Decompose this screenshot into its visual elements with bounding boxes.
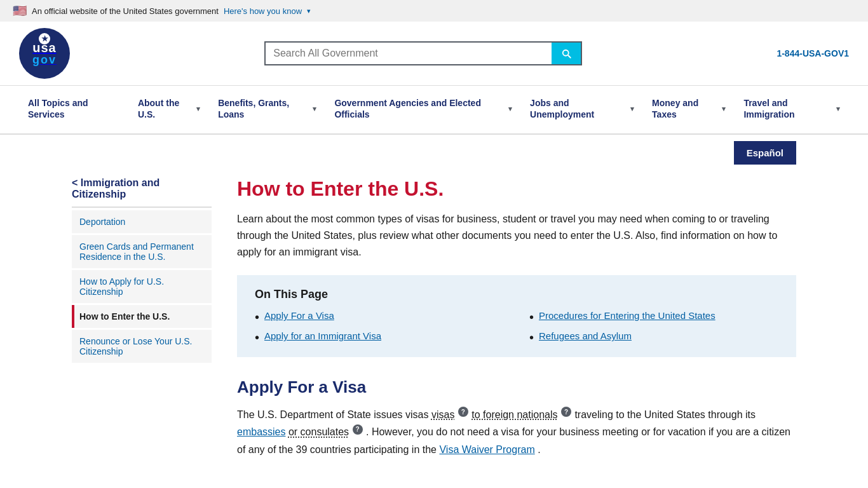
on-this-page-link-visa[interactable]: Apply For a Visa (264, 310, 334, 321)
main-navigation: All Topics and Services About the U.S. ▾… (0, 86, 868, 135)
main-content: How to Enter the U.S. Learn about the mo… (237, 177, 796, 458)
section-text-8: . (538, 444, 540, 455)
page-intro: Learn about the most common types of vis… (237, 211, 796, 260)
nav-item-benefits: Benefits, Grants, Loans ▾ (209, 86, 325, 133)
on-this-page-item-procedures: Procedures for Entering the United State… (529, 310, 778, 324)
phone-link[interactable]: 1-844-USA-GOV1 (776, 48, 849, 58)
sidebar-item-citizenship: How to Apply for U.S. Citizenship (72, 270, 212, 305)
nav-item-govt-agencies: Government Agencies and Elected Official… (325, 86, 521, 133)
sidebar-link-renounce[interactable]: Renounce or Lose Your U.S. Citizenship (72, 330, 212, 363)
nav-link-jobs[interactable]: Jobs and Unemployment ▾ (521, 86, 643, 133)
site-header: usa gov 1-844-USA-GOV1 (0, 22, 868, 86)
consulates-tooltip-badge[interactable]: ? (353, 424, 363, 435)
official-text: An official website of the United States… (32, 6, 219, 16)
chevron-down-icon: ▾ (508, 104, 512, 113)
official-banner: 🇺🇸 An official website of the United Sta… (0, 0, 868, 22)
sidebar-link-deportation[interactable]: Deportation (72, 210, 212, 233)
on-this-page-grid: Apply For a Visa Procedures for Entering… (255, 310, 778, 344)
flag-icon: 🇺🇸 (13, 4, 27, 18)
nav-label-travel: Travel and Immigration (743, 97, 834, 120)
section-text-1: The U.S. Department of State issues visa… (237, 409, 428, 420)
logo-area: usa gov (19, 28, 70, 79)
chevron-down-icon: ▾ (196, 104, 200, 113)
chevron-down-icon: ▾ (307, 7, 311, 15)
on-this-page-link-procedures[interactable]: Procedures for Entering the United State… (539, 310, 715, 321)
section-text-3: traveling to the United States through i… (574, 409, 756, 420)
on-this-page-link-immigrant-visa[interactable]: Apply for an Immigrant Visa (264, 330, 381, 341)
nav-label-money: Money and Taxes (652, 97, 719, 120)
consulates-tooltip-word[interactable]: or consulates (288, 426, 349, 437)
nav-label-all-topics: All Topics and Services (28, 97, 120, 120)
page-title: How to Enter the U.S. (237, 177, 796, 201)
nav-label-benefits: Benefits, Grants, Loans (218, 97, 310, 120)
foreign-nationals-tooltip-word[interactable]: to foreign nationals (471, 409, 557, 420)
sidebar-item-renounce: Renounce or Lose Your U.S. Citizenship (72, 330, 212, 365)
on-this-page-title: On This Page (255, 288, 778, 301)
search-button[interactable] (552, 43, 581, 64)
nav-link-govt-agencies[interactable]: Government Agencies and Elected Official… (325, 86, 521, 133)
nav-item-about: About the U.S. ▾ (129, 86, 209, 133)
visa-waiver-link[interactable]: Visa Waiver Program (439, 444, 534, 455)
sidebar-link-green-cards[interactable]: Green Cards and Permanent Residence in t… (72, 235, 212, 268)
nav-link-money[interactable]: Money and Taxes ▾ (643, 86, 735, 133)
nav-item-jobs: Jobs and Unemployment ▾ (521, 86, 643, 133)
embassies-link[interactable]: embassies (237, 426, 285, 437)
sidebar: < Immigration and Citizenship Deportatio… (72, 177, 212, 458)
nav-item-travel: Travel and Immigration ▾ (735, 86, 849, 133)
nav-link-travel[interactable]: Travel and Immigration ▾ (735, 86, 849, 133)
search-input[interactable] (266, 43, 552, 64)
visas-tooltip-word[interactable]: visas (431, 409, 454, 420)
nav-label-about: About the U.S. (138, 97, 194, 120)
logo-star (39, 33, 50, 44)
espanol-button[interactable]: Español (734, 141, 796, 165)
chevron-down-icon: ▾ (722, 104, 726, 113)
nav-link-about[interactable]: About the U.S. ▾ (129, 86, 209, 133)
logo-gov-text: gov (32, 54, 57, 65)
how-you-know-link[interactable]: Here's how you know (224, 6, 302, 16)
foreign-nationals-tooltip-badge[interactable]: ? (561, 407, 571, 417)
search-form (264, 41, 582, 65)
on-this-page-item-visa: Apply For a Visa (255, 310, 504, 324)
sidebar-item-enter-us: How to Enter the U.S. (72, 305, 212, 330)
chevron-down-icon: ▾ (630, 104, 634, 113)
section-body-visa: The U.S. Department of State issues visa… (237, 406, 796, 458)
site-logo: usa gov (19, 28, 70, 79)
visas-tooltip-badge[interactable]: ? (458, 407, 468, 417)
on-this-page-box: On This Page Apply For a Visa Procedures… (237, 275, 796, 357)
nav-link-benefits[interactable]: Benefits, Grants, Loans ▾ (209, 86, 325, 133)
on-this-page-item-immigrant-visa: Apply for an Immigrant Visa (255, 330, 504, 344)
on-this-page-item-refugees: Refugees and Asylum (529, 330, 778, 344)
page-layout: < Immigration and Citizenship Deportatio… (53, 165, 815, 470)
search-area (264, 41, 582, 65)
site-logo-link[interactable]: usa gov (19, 28, 70, 79)
on-this-page-link-refugees[interactable]: Refugees and Asylum (539, 330, 632, 341)
sidebar-link-enter-us[interactable]: How to Enter the U.S. (72, 305, 212, 328)
sidebar-nav: Deportation Green Cards and Permanent Re… (72, 210, 212, 365)
nav-item-all-topics: All Topics and Services (19, 86, 129, 133)
sidebar-link-citizenship[interactable]: How to Apply for U.S. Citizenship (72, 270, 212, 303)
sidebar-item-deportation: Deportation (72, 210, 212, 235)
nav-item-money: Money and Taxes ▾ (643, 86, 735, 133)
section-title-visa: Apply For a Visa (237, 377, 796, 397)
sidebar-item-green-cards: Green Cards and Permanent Residence in t… (72, 235, 212, 270)
espanol-bar: Español (53, 135, 815, 165)
chevron-down-icon: ▾ (313, 104, 316, 113)
nav-label-jobs: Jobs and Unemployment (530, 97, 628, 120)
nav-list: All Topics and Services About the U.S. ▾… (19, 86, 849, 133)
nav-label-govt-agencies: Government Agencies and Elected Official… (334, 97, 506, 120)
search-icon (560, 48, 572, 59)
nav-link-all-topics[interactable]: All Topics and Services (19, 86, 129, 133)
chevron-down-icon: ▾ (836, 104, 840, 113)
sidebar-back-link[interactable]: < Immigration and Citizenship (72, 177, 212, 208)
